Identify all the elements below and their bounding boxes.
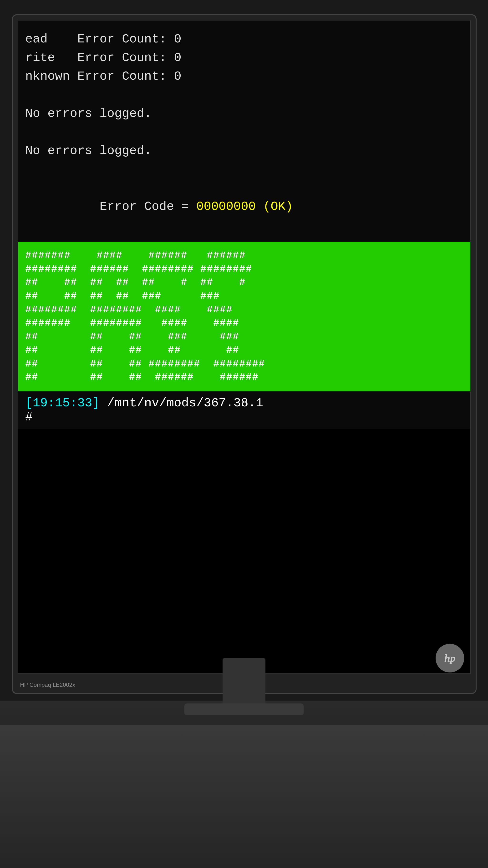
blank-line-1 [25, 86, 463, 104]
prompt-line-1: [19:15:33] /mnt/nv/mods/367.38.1 [25, 396, 463, 410]
art-line-8: ## ## ## ## ## [25, 344, 463, 357]
write-error-line: rite Error Count: 0 [25, 49, 463, 67]
art-line-7: ## ## ## ### ### [25, 330, 463, 344]
prompt-line-2: # [25, 410, 463, 424]
art-line-9: ## ## ## ######## ######## [25, 357, 463, 371]
unknown-error-line: nknown Error Count: 0 [25, 67, 463, 86]
no-errors-1: No errors logged. [25, 104, 463, 123]
terminal-black-section: ead Error Count: 0 rite Error Count: 0 n… [18, 21, 470, 242]
prompt-path: /mnt/nv/mods/367.38.1 [100, 396, 263, 410]
art-line-4: ## ## ## ## ### ### [25, 289, 463, 303]
ascii-art-section: ####### #### ###### ###### ######## ####… [18, 242, 470, 391]
read-error-line: ead Error Count: 0 [25, 30, 463, 49]
error-code-line: Error Code = 00000000 (OK) [25, 179, 463, 235]
art-line-6: ####### ######## #### #### [25, 316, 463, 330]
desk-surface [0, 725, 488, 868]
hp-logo: hp [435, 644, 464, 673]
art-line-5: ######## ######## #### #### [25, 303, 463, 317]
monitor-stand [223, 658, 265, 706]
art-line-3: ## ## ## ## ## # ## # [25, 276, 463, 289]
terminal-prompt-section: [19:15:33] /mnt/nv/mods/367.38.1 # [18, 391, 470, 429]
prompt-timestamp: [19:15:33] [25, 396, 100, 410]
error-code-value: 00000000 (OK) [196, 199, 293, 214]
error-code-label: Error Code = [100, 199, 196, 214]
monitor-stand-base [185, 704, 303, 715]
blank-line-3 [25, 160, 463, 179]
prompt-cursor[interactable]: # [25, 410, 33, 424]
blank-line-2 [25, 123, 463, 142]
no-errors-2: No errors logged. [25, 142, 463, 160]
art-line-1: ####### #### ###### ###### [25, 249, 463, 262]
monitor-brand-label: HP Compaq LE2002x [20, 682, 75, 688]
art-line-2: ######## ###### ######## ######## [25, 262, 463, 276]
art-line-10: ## ## ## ###### ###### [25, 371, 463, 384]
